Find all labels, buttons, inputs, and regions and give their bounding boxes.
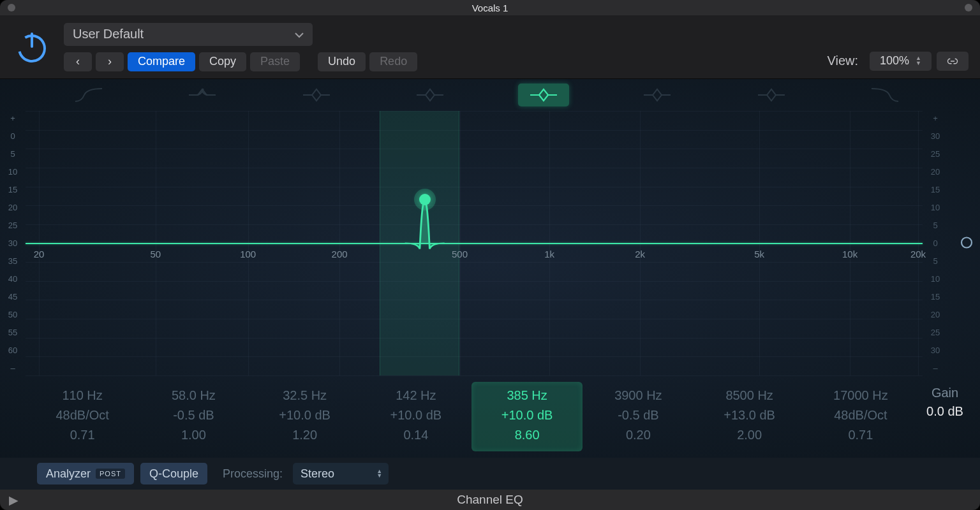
band-freq: 58.0 Hz — [140, 386, 246, 405]
grid-line — [26, 111, 923, 112]
eq-graph[interactable]: 20501002005001k2k5k10k20k — [26, 111, 923, 375]
axis-tick: 5 — [933, 256, 937, 266]
gain-knob-icon — [960, 235, 974, 249]
zero-db-line — [26, 243, 923, 244]
axis-tick: 20 — [931, 167, 940, 177]
processing-select[interactable]: Stereo ▲▼ — [293, 463, 389, 484]
band-params-7[interactable]: 17000 Hz48dB/Oct0.71 — [805, 382, 916, 451]
titlebar: Vocals 1 — [0, 0, 980, 15]
plugin-name: Channel EQ — [457, 493, 523, 507]
grid-line — [26, 338, 923, 339]
axis-tick: 30 — [8, 238, 17, 248]
band-icons-row — [0, 79, 980, 111]
eq-area: +051015202530354045505560– 2050100200500… — [0, 79, 980, 490]
window-title: Vocals 1 — [472, 3, 509, 13]
grid-line — [26, 224, 923, 225]
prev-preset-button[interactable]: ‹ — [64, 52, 92, 71]
axis-tick: 5 — [10, 149, 15, 159]
master-gain-handle[interactable] — [960, 235, 974, 251]
axis-tick: 15 — [931, 185, 940, 194]
view-label: View: — [827, 54, 858, 68]
chevron-left-icon: ‹ — [76, 55, 80, 68]
window-close-dot[interactable] — [8, 4, 15, 11]
axis-tick: 40 — [8, 274, 17, 284]
gain-value: 0.0 dB — [919, 404, 971, 419]
stepper-icon: ▲▼ — [376, 469, 382, 478]
chevron-down-icon — [295, 27, 304, 41]
paste-button[interactable]: Paste — [250, 52, 300, 71]
band-freq: 3900 Hz — [585, 386, 691, 405]
axis-tick: 10 — [931, 203, 940, 212]
band-gain: +13.0 dB — [697, 405, 803, 425]
analyzer-button[interactable]: Analyzer POST — [37, 463, 134, 484]
band-icon-bell-2[interactable] — [373, 79, 487, 111]
axis-tick: + — [933, 113, 938, 123]
copy-button[interactable]: Copy — [199, 52, 246, 71]
band-gain: 48dB/Oct — [808, 405, 914, 425]
band-icon-bell-3[interactable] — [487, 79, 600, 111]
grid-line — [26, 149, 923, 149]
bottom-bar: Analyzer POST Q-Couple Processing: Stere… — [0, 458, 980, 490]
axis-tick: – — [10, 363, 15, 373]
eq-node-handle[interactable] — [419, 194, 431, 205]
analyzer-label: Analyzer — [46, 467, 91, 481]
compare-button[interactable]: Compare — [128, 52, 195, 71]
plugin-window: Vocals 1 User Default ‹ › Compare Copy P — [0, 0, 980, 510]
toolbar: User Default ‹ › Compare Copy Paste Undo… — [0, 15, 980, 79]
redo-button[interactable]: Redo — [369, 52, 417, 71]
axis-tick: 20 — [8, 203, 17, 212]
grid-line — [26, 205, 923, 206]
axis-tick: + — [10, 113, 15, 123]
band-params-4[interactable]: 385 Hz+10.0 dB8.60 — [471, 382, 583, 451]
band-gain: +10.0 dB — [363, 405, 469, 425]
svg-point-2 — [961, 237, 972, 247]
band-params-2[interactable]: 32.5 Hz+10.0 dB1.20 — [249, 382, 360, 451]
view-size-select[interactable]: 100% ▲▼ — [870, 52, 932, 71]
axis-tick: 45 — [8, 292, 17, 302]
link-button[interactable] — [937, 52, 969, 71]
preset-select[interactable]: User Default — [64, 23, 313, 46]
analyzer-db-axis: +051015202530354045505560– — [0, 111, 26, 375]
axis-tick: 50 — [8, 310, 17, 319]
q-couple-button[interactable]: Q-Couple — [140, 463, 207, 484]
band-icon-highpass[interactable] — [32, 79, 145, 111]
axis-tick: 20 — [931, 310, 940, 319]
gain-label: Gain — [919, 386, 971, 400]
power-button[interactable] — [11, 27, 52, 68]
band-icon-highshelf[interactable] — [715, 79, 828, 111]
band-params-5[interactable]: 3900 Hz-0.5 dB0.20 — [583, 382, 694, 451]
band-params-1[interactable]: 58.0 Hz-0.5 dB1.00 — [138, 382, 249, 451]
axis-tick: 15 — [931, 292, 940, 302]
gain-db-axis: +30252015105051015202530– — [923, 111, 948, 375]
band-gain: 48dB/Oct — [29, 405, 135, 425]
band-params-0[interactable]: 110 Hz48dB/Oct0.71 — [27, 382, 138, 451]
axis-tick: 30 — [931, 131, 940, 141]
master-gain-track — [948, 111, 980, 375]
band-icon-bell-1[interactable] — [260, 79, 373, 111]
axis-tick: 10 — [8, 167, 17, 177]
band-icon-lowshelf[interactable] — [145, 79, 259, 111]
axis-tick: 55 — [8, 328, 17, 337]
band-freq: 17000 Hz — [808, 386, 914, 405]
band-q: 2.00 — [697, 425, 803, 445]
grid-line — [26, 130, 923, 131]
band-q: 0.71 — [29, 425, 135, 445]
band-q: 8.60 — [474, 425, 580, 445]
next-preset-button[interactable]: › — [96, 52, 124, 71]
band-icon-lowpass[interactable] — [828, 79, 942, 111]
band-params-6[interactable]: 8500 Hz+13.0 dB2.00 — [694, 382, 805, 451]
band-icon-bell-4[interactable] — [600, 79, 714, 111]
band-q: 1.20 — [252, 425, 358, 445]
grid-line — [26, 262, 923, 263]
band-q: 0.71 — [808, 425, 914, 445]
undo-button[interactable]: Undo — [318, 52, 366, 71]
master-gain-readout[interactable]: Gain0.0 dB — [916, 382, 974, 451]
view-size-value: 100% — [880, 54, 909, 68]
window-resize-dot[interactable] — [965, 4, 972, 11]
band-q: 0.14 — [363, 425, 469, 445]
band-q: 0.20 — [585, 425, 691, 445]
grid-line — [26, 168, 923, 168]
band-params-3[interactable]: 142 Hz+10.0 dB0.14 — [360, 382, 471, 451]
disclosure-icon[interactable]: ▶ — [9, 493, 19, 507]
band-params-row: 110 Hz48dB/Oct0.7158.0 Hz-0.5 dB1.0032.5… — [0, 375, 980, 458]
